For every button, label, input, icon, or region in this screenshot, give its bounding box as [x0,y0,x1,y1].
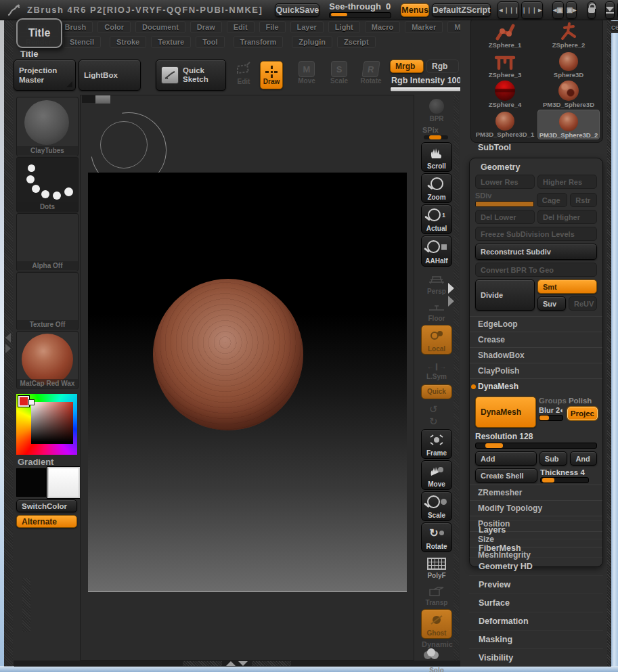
rotate-nav-button[interactable]: ↻ Rotate [421,522,452,552]
ghost-button[interactable]: Ghost [421,609,452,639]
polyf-button[interactable]: PolyF [421,555,452,581]
see-through-slider[interactable] [329,12,391,18]
tool-item[interactable]: ZSphere_2 [537,20,600,49]
section-geometry-hd[interactable]: Geometry HD [469,557,603,575]
menu-color[interactable]: Color [97,21,131,33]
suv-button[interactable]: Suv [537,296,566,311]
section-visibility[interactable]: Visibility [469,648,603,667]
aahalf-button[interactable]: AAHalf [421,236,452,267]
geometry-section-header[interactable]: Geometry [475,162,597,172]
bottom-tray-divider[interactable] [14,660,460,667]
left-tray-handle[interactable] [5,333,11,353]
menu-document[interactable]: Document [135,21,185,33]
actual-button[interactable]: 1 Actual [421,204,452,234]
menu-texture[interactable]: Texture [151,36,191,48]
reconstruct-subdiv-button[interactable]: Reconstruct Subdiv [475,244,597,260]
menu-stroke[interactable]: Stroke [110,36,146,48]
claypolish-subsection[interactable]: ClayPolish [470,363,602,378]
menus-button[interactable]: Menus [401,3,429,17]
tray-expand-up-icon[interactable] [226,661,236,666]
reuv-button[interactable]: ReUV [569,296,597,311]
document[interactable] [88,173,407,592]
convert-bpr-button[interactable]: Convert BPR To Geo [475,263,597,277]
local-button[interactable]: Local [421,325,452,355]
right-tray-scrollbar[interactable] [607,20,611,667]
thickness-slider[interactable]: Thickness 4 [540,468,597,483]
menu-tool[interactable]: Tool [196,36,224,48]
section-preview[interactable]: Preview [469,575,603,593]
groups-button[interactable]: Groups [539,397,567,405]
sculpt-sphere[interactable] [153,279,303,430]
color-swatch-current[interactable] [18,396,29,407]
menu-marker[interactable]: Marker [405,21,443,33]
polish-button[interactable]: Polish [569,397,592,405]
stroke-thumbnail[interactable]: Dots [16,157,79,212]
section-polygroups[interactable]: Polygroups [469,667,603,672]
higher-res-button[interactable]: Higher Res [537,175,597,189]
spix-slider[interactable] [424,135,448,139]
menu-brush[interactable]: Brush [58,21,93,33]
tool-item[interactable]: ZSphere_4 [474,80,536,108]
sub-button[interactable]: Sub [539,451,568,466]
lsym-button[interactable]: ←❙→ L.Sym [421,360,452,382]
canvas-area[interactable] [80,95,414,660]
lightbox-button[interactable]: LightBox [79,60,141,91]
tool-item-selected[interactable]: PM3D_Sphere3D_2 [537,110,600,139]
del-higher-button[interactable]: Del Higher [537,210,597,224]
section-fibermesh[interactable]: FiberMesh [469,539,603,557]
crease-subsection[interactable]: Crease [470,332,602,347]
modify-topology-subsection[interactable]: Modify Topology [470,500,602,516]
spin-left-icon[interactable]: ↺ [429,403,438,416]
menu-transform[interactable]: Transform [234,36,284,48]
current-brush-thumbnail[interactable]: ClayTubes [16,97,79,156]
lock-button[interactable] [588,1,596,19]
window-stack-right-button[interactable]: ▣▸ [566,1,577,19]
scrub-right-button[interactable]: ❘❘❘► [521,1,543,19]
alternate-button[interactable]: Alternate [16,515,77,528]
texture-thumbnail[interactable]: Texture Off [16,272,79,330]
section-surface[interactable]: Surface [469,593,603,612]
draw-button[interactable]: Draw [260,61,283,89]
main-color-swatch[interactable] [16,468,46,497]
tool-item[interactable]: PM3D_Sphere3D [537,80,600,108]
shadowbox-subsection[interactable]: ShadowBox [470,347,602,363]
menu-zscript[interactable]: Zscript [337,36,376,48]
zremesher-subsection[interactable]: ZRemesher [470,485,602,500]
secondary-color-swatch[interactable] [47,467,80,498]
tool-item[interactable]: PM3D_Sphere3D_1 [474,110,536,138]
scroll-button[interactable]: Scroll [421,142,452,172]
scale-button[interactable]: S Scale [326,61,352,85]
minimize-button[interactable] [605,1,615,19]
mrgb-button[interactable]: Mrgb [390,60,424,73]
divide-button[interactable]: Divide [475,279,535,311]
add-button[interactable]: Add [475,451,537,466]
freeze-subdivision-button[interactable]: Freeze SubDivision Levels [475,227,597,241]
tool-item[interactable]: ZSphere_3 [474,50,536,79]
projection-master-button[interactable]: Projection Master [14,60,76,91]
and-button[interactable]: And [570,451,597,466]
resolution-slider[interactable]: Resolution 128 [475,432,597,449]
dynamesh-subsection[interactable]: DynaMesh [470,378,602,394]
canvas-scrub-track[interactable] [82,95,95,103]
tray-collapse-down-icon[interactable] [238,661,248,666]
rgb-button[interactable]: Rgb [426,60,459,73]
section-deformation[interactable]: Deformation [469,612,603,630]
switch-color-button[interactable]: SwitchColor [16,499,77,512]
see-through-control[interactable]: See-through 0 [329,1,391,18]
bpr-button[interactable]: BPR [421,97,452,124]
window-stack-left-button[interactable]: ◂▣ [552,1,563,19]
spin-right-icon[interactable]: ↻ [429,416,438,428]
menu-draw[interactable]: Draw [190,21,222,33]
quick-sketch-button[interactable]: QuickSketch [156,60,226,91]
color-picker-sv-square[interactable] [31,402,73,444]
sdiv-slider[interactable]: SDiv [475,192,534,207]
material-thumbnail[interactable]: MatCap Red Wax [16,331,79,389]
quicksave-button[interactable]: QuickSave [275,3,319,17]
menu-layer[interactable]: Layer [290,21,324,33]
blur-slider[interactable]: Blur 2◐ [539,406,565,421]
section-layers[interactable]: Layers [469,520,603,539]
menu-stencil[interactable]: Stencil [63,36,101,48]
move-nav-button[interactable]: Move [421,460,452,490]
menu-file[interactable]: File [259,21,286,33]
create-shell-button[interactable]: Create Shell [475,468,537,483]
